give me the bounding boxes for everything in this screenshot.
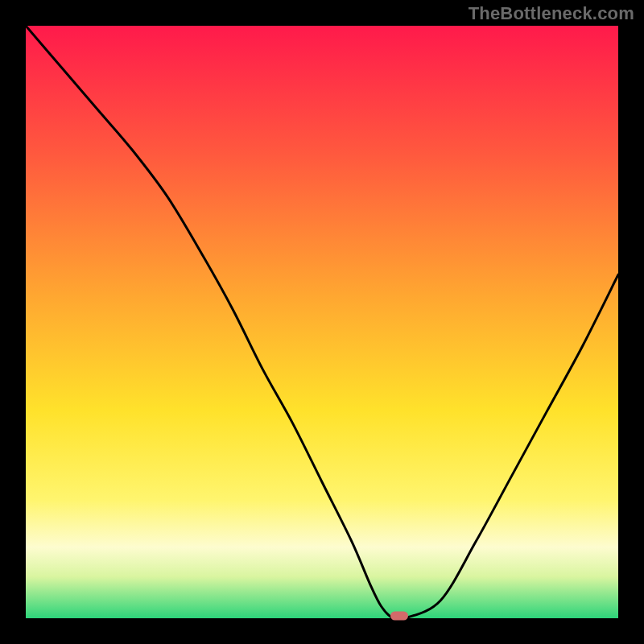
bottleneck-curve (26, 26, 618, 618)
watermark-text: TheBottleneck.com (469, 3, 634, 24)
plot-area (26, 26, 618, 618)
optimal-marker (390, 612, 408, 621)
chart-container: TheBottleneck.com (0, 0, 644, 644)
